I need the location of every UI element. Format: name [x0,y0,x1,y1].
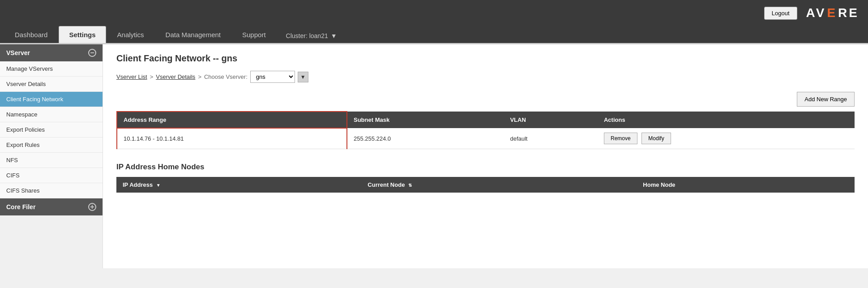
sidebar-item-manage-vservers[interactable]: Manage VServers [0,61,103,77]
sidebar-item-export-rules[interactable]: Export Rules [0,138,103,153]
col-header-subnet-mask: Subnet Mask [347,112,504,128]
breadcrumb-vserver-list[interactable]: Vserver List [116,73,147,80]
cell-actions: Remove Modify [598,128,855,149]
cluster-selector[interactable]: Cluster: loan21 ▼ [286,32,337,43]
col-header-actions: Actions [598,112,855,128]
sidebar-core-filer-title: Core Filer [6,203,35,211]
add-new-range-button[interactable]: Add New Range [797,92,855,107]
cell-subnet-mask: 255.255.224.0 [347,128,504,149]
sidebar-vserver-collapse-icon[interactable]: − [88,49,96,57]
sidebar-item-cifs[interactable]: CIFS [0,168,103,183]
logo-e: E [827,6,837,20]
sidebar-item-nfs[interactable]: NFS [0,153,103,168]
sidebar-core-filer-expand-icon[interactable]: + [88,203,96,211]
cluster-arrow-icon: ▼ [331,32,337,39]
tab-dashboard[interactable]: Dashboard [4,26,58,43]
address-range-table-wrap: Address Range Subnet Mask VLAN Actions 1… [116,111,855,149]
col-header-address-range: Address Range [117,112,347,128]
sidebar-vserver-header: VServer − [0,44,103,61]
vserver-dropdown-arrow-icon[interactable]: ▼ [298,72,308,82]
ip-address-section-title: IP Address Home Nodes [116,163,855,172]
vserver-select-wrap: gns ▼ [250,71,308,83]
sidebar-vserver-title: VServer [6,49,30,56]
col-header-home-node: Home Node [637,177,855,193]
col-header-current-node: Current Node ⇅ [361,177,637,193]
breadcrumb: Vserver List > Vserver Details > Choose … [116,71,855,83]
breadcrumb-separator-1: > [150,73,154,80]
nav-tabs: Dashboard Settings Analytics Data Manage… [0,26,868,44]
vserver-select[interactable]: gns [250,71,295,83]
top-bar: Logout AVERE [0,0,868,26]
avere-logo: AVERE [806,6,859,20]
modify-button[interactable]: Modify [641,133,671,144]
table-row: 10.1.14.76 - 10.1.14.81 255.255.224.0 de… [117,128,855,149]
tab-data-management[interactable]: Data Management [155,26,231,43]
remove-button[interactable]: Remove [604,133,637,144]
tab-support[interactable]: Support [232,26,276,43]
sidebar-item-vserver-details[interactable]: Vserver Details [0,77,103,92]
address-range-table: Address Range Subnet Mask VLAN Actions 1… [116,111,855,149]
add-range-row: Add New Range [116,92,855,111]
sidebar-core-filer-header: Core Filer + [0,198,103,215]
sidebar-item-namespace[interactable]: Namespace [0,107,103,122]
breadcrumb-vserver-details[interactable]: Vserver Details [156,73,195,80]
cell-vlan: default [504,128,598,149]
tab-analytics[interactable]: Analytics [107,26,154,43]
home-nodes-table: IP Address ▼ Current Node ⇅ Home Node [116,177,855,193]
col-header-vlan: VLAN [504,112,598,128]
logout-button[interactable]: Logout [764,7,797,20]
logo-av: AV [806,6,826,20]
logo-re: RE [838,6,859,20]
ip-address-sort-icon[interactable]: ▼ [156,183,161,188]
page-title: Client Facing Network -- gns [116,53,855,64]
cluster-label: Cluster: loan21 [286,32,328,39]
sidebar-item-client-facing-network[interactable]: Client Facing Network [0,92,103,107]
breadcrumb-separator-2: > [198,73,201,80]
sidebar-item-export-policies[interactable]: Export Policies [0,122,103,138]
choose-vserver-label: Choose Vserver: [204,73,248,80]
sidebar: VServer − Manage VServers Vserver Detail… [0,44,103,268]
tab-settings[interactable]: Settings [59,26,106,43]
main-layout: VServer − Manage VServers Vserver Detail… [0,44,868,268]
col-header-ip-address: IP Address ▼ [116,177,361,193]
current-node-sort-icon[interactable]: ⇅ [408,183,412,188]
content-area: Client Facing Network -- gns Vserver Lis… [103,44,868,268]
cell-address-range: 10.1.14.76 - 10.1.14.81 [117,128,347,149]
sidebar-item-cifs-shares[interactable]: CIFS Shares [0,183,103,198]
